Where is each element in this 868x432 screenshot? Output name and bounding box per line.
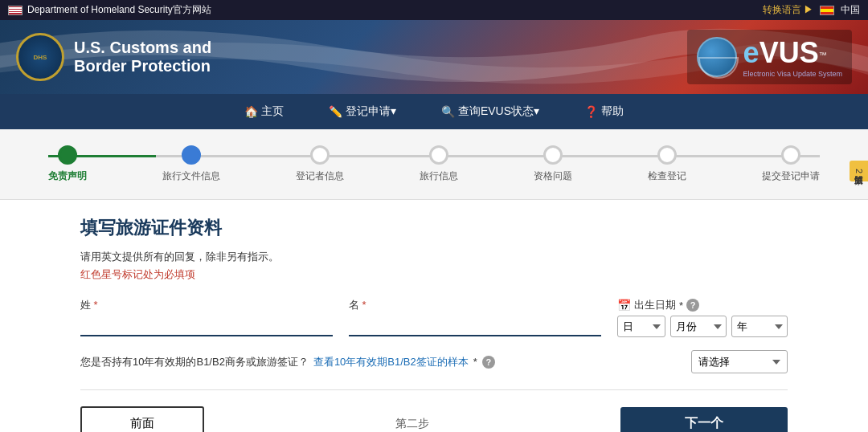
step-7-label: 提交登记申请 xyxy=(762,169,820,183)
first-name-input[interactable] xyxy=(349,316,601,336)
next-button[interactable]: 下一个 xyxy=(620,407,788,432)
step-indicator: 第二步 xyxy=(395,417,429,431)
instruction-text: 请用英文提供所有的回复，除非另有指示。 xyxy=(80,250,788,264)
visa-sample-link[interactable]: 查看10年有效期B1/B2签证的样本 xyxy=(313,355,469,369)
step-6-label: 检查登记 xyxy=(648,169,686,183)
navigation: 🏠 主页 ✏️ 登记申请▾ 🔍 查询EVUS状态▾ ❓ 帮助 xyxy=(0,94,868,129)
agency-title-2: Border Protection xyxy=(74,57,211,75)
header-text: U.S. Customs and Border Protection xyxy=(74,39,211,75)
evus-vus: VUS xyxy=(760,36,819,69)
evus-globe-icon xyxy=(697,37,737,77)
header-logo: DHS U.S. Customs and Border Protection xyxy=(16,33,211,81)
footer-row: 前面 第二步 下一个 xyxy=(80,389,788,432)
last-name-input[interactable] xyxy=(80,316,333,336)
visa-row: 您是否持有10年有效期的B1/B2商务或旅游签证？ 查看10年有效期B1/B2签… xyxy=(80,350,788,373)
evus-tm: ™ xyxy=(819,51,827,59)
dhs-label: Department of Homeland Security官方网站 xyxy=(27,3,211,17)
dob-help-icon[interactable]: ? xyxy=(686,299,699,312)
step-6-circle xyxy=(657,145,677,165)
required-note: 红色星号标记处为必填项 xyxy=(80,267,788,282)
side-tab[interactable]: 繁體版第2 xyxy=(850,161,868,181)
step-travel-doc: 旅行文件信息 xyxy=(162,145,220,183)
step-3-label: 登记者信息 xyxy=(296,169,344,183)
step-2-label: 旅行文件信息 xyxy=(162,169,220,183)
step-1-circle xyxy=(58,145,77,165)
page-title: 填写旅游证件资料 xyxy=(80,216,788,240)
step-7-circle xyxy=(781,145,800,165)
step-5-label: 资格问题 xyxy=(534,169,572,183)
top-bar: Department of Homeland Security官方网站 转换语言… xyxy=(0,0,868,20)
date-selects: 日 月份 年 xyxy=(617,316,788,337)
progress-section: 免责声明 旅行文件信息 登记者信息 旅行信息 资格问题 检查登记 提交登记申请 xyxy=(0,129,868,200)
main-content: 填写旅游证件资料 请用英文提供所有的回复，除非另有指示。 红色星号标记处为必填项… xyxy=(48,200,820,432)
lang-switch[interactable]: 转换语言 ▶ xyxy=(763,3,813,17)
evus-text: eVUS™ Electronic Visa Update System xyxy=(743,36,842,78)
evus-logo: eVUS™ Electronic Visa Update System xyxy=(687,30,852,84)
china-flag-icon xyxy=(820,6,834,15)
dob-label: 📅 出生日期 * ? xyxy=(617,298,788,312)
step-5-circle xyxy=(543,145,563,165)
step-4-circle xyxy=(429,145,448,165)
country-label: 中国 xyxy=(841,3,860,17)
dob-year-select[interactable]: 年 xyxy=(731,316,788,337)
progress-steps: 免责声明 旅行文件信息 登记者信息 旅行信息 资格问题 检查登记 提交登记申请 xyxy=(48,145,820,183)
top-bar-right[interactable]: 转换语言 ▶ 中国 xyxy=(763,3,860,17)
evus-e: e xyxy=(743,36,760,69)
dob-day-select[interactable]: 日 xyxy=(617,316,665,337)
header: DHS U.S. Customs and Border Protection e… xyxy=(0,20,868,94)
last-name-label: 姓 * xyxy=(80,298,333,312)
nav-query[interactable]: 🔍 查询EVUS状态▾ xyxy=(435,95,546,128)
last-name-group: 姓 * xyxy=(80,298,333,336)
step-submit: 提交登记申请 xyxy=(762,145,820,183)
first-name-label: 名 * xyxy=(349,298,601,312)
dhs-seal-icon: DHS xyxy=(16,33,64,81)
visa-help-icon[interactable]: ? xyxy=(482,356,495,369)
visa-question: 您是否持有10年有效期的B1/B2商务或旅游签证？ 查看10年有效期B1/B2签… xyxy=(80,355,495,369)
step-2-circle xyxy=(182,145,201,165)
step-registrant-info: 登记者信息 xyxy=(296,145,344,183)
first-name-group: 名 * xyxy=(349,298,601,336)
name-dob-section: 姓 * 名 * 📅 出生日期 * ? xyxy=(80,298,788,373)
step-1-label: 免责声明 xyxy=(48,169,87,183)
step-review: 检查登记 xyxy=(648,145,686,183)
us-flag-icon xyxy=(8,6,23,15)
calendar-icon: 📅 xyxy=(617,299,631,312)
nav-register[interactable]: ✏️ 登记申请▾ xyxy=(322,95,403,128)
step-qualifications: 资格问题 xyxy=(534,145,572,183)
dob-month-select[interactable]: 月份 xyxy=(670,316,727,337)
back-button[interactable]: 前面 xyxy=(80,406,204,432)
step-4-label: 旅行信息 xyxy=(420,169,458,183)
dob-group: 📅 出生日期 * ? 日 月份 年 xyxy=(617,298,788,337)
evus-subtitle: Electronic Visa Update System xyxy=(743,70,842,78)
nav-home[interactable]: 🏠 主页 xyxy=(238,95,290,128)
visa-select-wrap: 请选择 是 否 xyxy=(691,350,788,373)
step-travel-info: 旅行信息 xyxy=(420,145,458,183)
step-disclaimer: 免责声明 xyxy=(48,145,87,183)
top-bar-left: Department of Homeland Security官方网站 xyxy=(8,3,211,17)
nav-help[interactable]: ❓ 帮助 xyxy=(578,95,630,128)
agency-title-1: U.S. Customs and xyxy=(74,39,211,57)
visa-select[interactable]: 请选择 是 否 xyxy=(691,350,788,373)
step-3-circle xyxy=(310,145,330,165)
name-dob-row: 姓 * 名 * 📅 出生日期 * ? xyxy=(80,298,788,337)
